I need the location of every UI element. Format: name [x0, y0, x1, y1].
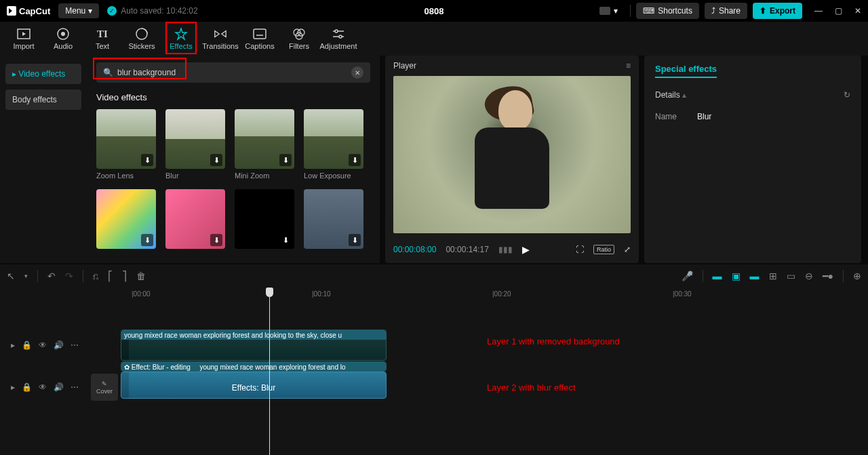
tool-stickers[interactable]: Stickers — [122, 22, 161, 56]
cover-button[interactable]: ✎ Cover — [91, 374, 118, 401]
svg-point-12 — [339, 35, 342, 38]
search-input[interactable] — [117, 68, 347, 77]
track-mute-icon[interactable]: 🔊 — [54, 382, 64, 392]
timeline[interactable]: |00:00 |00:10 |00:20 |00:30 ▸ 🔒 👁 🔊 ⋯ yo… — [0, 288, 868, 455]
menu-button[interactable]: Menu ▾ — [58, 3, 99, 18]
layout-button[interactable]: ▾ — [593, 3, 625, 19]
track-more-icon[interactable]: ⋯ — [71, 382, 79, 392]
trim-right-icon[interactable]: ⎤ — [122, 271, 127, 281]
download-icon[interactable]: ⬇ — [279, 234, 292, 246]
clip-layer-2-effect[interactable]: Effects: Blur — [121, 372, 387, 399]
track-more-icon[interactable]: ⋯ — [71, 340, 79, 350]
duration-timecode: 00:00:14:17 — [446, 245, 488, 254]
effect-item-6[interactable]: ⬇ — [165, 189, 225, 249]
effect-item-5[interactable]: ⬇ — [96, 189, 156, 249]
annotation-layer-2: Layer 2 with blur effect — [487, 382, 576, 393]
export-button[interactable]: ⬆ Export — [753, 3, 802, 19]
text-icon: TI — [96, 27, 109, 41]
undo-button[interactable]: ↶ — [47, 271, 56, 281]
timeline-ruler[interactable]: |00:00 |00:10 |00:20 |00:30 — [121, 288, 868, 302]
ratio-button[interactable]: Ratio — [593, 245, 614, 254]
inspector-title: Special effects — [655, 64, 717, 78]
close-button[interactable]: ✕ — [854, 6, 861, 16]
maximize-button[interactable]: ▢ — [835, 6, 842, 16]
tool-adjustment[interactable]: Adjustment — [319, 22, 358, 56]
split-icon[interactable]: ⎌ — [93, 271, 98, 281]
tool-effects[interactable]: Effects — [161, 22, 201, 56]
magnet-icon-2[interactable]: ▣ — [732, 271, 741, 281]
svg-point-2 — [61, 32, 65, 36]
export-icon: ⬆ — [760, 6, 766, 16]
reset-icon[interactable]: ↻ — [844, 90, 850, 100]
redo-button[interactable]: ↷ — [65, 271, 73, 281]
zoom-slider[interactable]: ━● — [823, 271, 833, 281]
sidebar-item-body-effects[interactable]: Body effects — [5, 90, 81, 110]
align-icon[interactable]: ⊞ — [769, 271, 777, 281]
download-icon[interactable]: ⬇ — [210, 234, 222, 246]
track-visibility-icon[interactable]: 👁 — [39, 382, 47, 392]
clip-layer-2-video[interactable]: ✿ Effect: Blur - editing young mixed rac… — [121, 361, 387, 372]
track-mute-icon[interactable]: 🔊 — [54, 340, 64, 350]
mic-icon[interactable]: 🎤 — [682, 271, 693, 281]
stickers-icon — [135, 27, 149, 41]
download-icon[interactable]: ⬇ — [349, 234, 361, 246]
zoom-fit-icon[interactable]: ⊕ — [853, 271, 861, 281]
track-2: ▸ 🔒 👁 🔊 ⋯ ✎ Cover ✿ Effect: Blur - editi… — [0, 370, 868, 404]
search-wrap: 🔍 ✕ — [96, 62, 370, 83]
pointer-icon[interactable]: ↖ — [7, 271, 15, 281]
captions-icon — [253, 27, 267, 41]
sidebar-item-video-effects[interactable]: Video effects — [5, 64, 81, 84]
effects-sidebar: Video effects Body effects — [0, 56, 87, 263]
fullscreen-icon[interactable]: ⤢ — [624, 245, 631, 254]
details-label[interactable]: Details ▴ — [655, 90, 686, 100]
video-content — [465, 90, 559, 212]
track-expand-icon[interactable]: ▸ — [11, 382, 15, 392]
track-visibility-icon[interactable]: 👁 — [39, 340, 47, 350]
tool-audio[interactable]: Audio — [43, 22, 83, 56]
share-button[interactable]: ⤴ Share — [705, 3, 747, 19]
effect-blur[interactable]: ⬇ — [165, 109, 225, 169]
tool-filters[interactable]: Filters — [279, 22, 319, 56]
track-lock-icon[interactable]: 🔒 — [22, 382, 32, 392]
download-icon[interactable]: ⬇ — [349, 154, 361, 166]
main-toolbar: Import Audio TIText Stickers Effects Tra… — [0, 22, 868, 56]
project-name[interactable]: 0808 — [425, 6, 444, 16]
tool-text[interactable]: TIText — [83, 22, 122, 56]
effect-item-8[interactable]: ⬇ — [304, 189, 363, 249]
trim-left-icon[interactable]: ⎡ — [108, 271, 113, 281]
magnet-icon-3[interactable]: ▬ — [750, 271, 760, 281]
track-expand-icon[interactable]: ▸ — [11, 340, 15, 350]
effect-item-7[interactable]: ⬇ — [235, 189, 294, 249]
track-lock-icon[interactable]: 🔒 — [22, 340, 32, 350]
player-viewport[interactable] — [393, 76, 631, 233]
play-button[interactable]: ▶ — [522, 244, 530, 255]
pointer-dropdown-icon[interactable]: ▾ — [24, 273, 28, 279]
download-icon[interactable]: ⬇ — [141, 234, 153, 246]
playhead[interactable] — [269, 288, 270, 455]
player-menu-icon[interactable]: ≡ — [626, 61, 631, 71]
preview-icon[interactable]: ▭ — [787, 271, 795, 281]
tool-transitions[interactable]: Transitions — [201, 22, 240, 56]
tool-import[interactable]: Import — [4, 22, 43, 56]
download-icon[interactable]: ⬇ — [210, 154, 222, 166]
volume-bars-icon[interactable]: ▮▮▮ — [498, 245, 513, 254]
autosave-status: ✓ Auto saved: 10:42:02 — [107, 6, 197, 16]
effect-zoom-lens[interactable]: ⬇ — [96, 109, 156, 169]
download-icon[interactable]: ⬇ — [141, 154, 153, 166]
effect-mini-zoom[interactable]: ⬇ — [235, 109, 294, 169]
delete-icon[interactable]: 🗑 — [136, 271, 146, 281]
minimize-button[interactable]: — — [814, 6, 823, 16]
zoom-out-icon[interactable]: ⊖ — [805, 271, 813, 281]
magnet-icon-1[interactable]: ▬ — [713, 271, 722, 281]
shortcuts-button[interactable]: ⌨ Shortcuts — [636, 3, 699, 19]
clip-layer-1[interactable]: young mixed race woman exploring forest … — [121, 330, 387, 361]
clear-search-button[interactable]: ✕ — [351, 66, 363, 79]
download-icon[interactable]: ⬇ — [279, 154, 292, 166]
crop-icon[interactable]: ⛶ — [576, 245, 584, 254]
tool-captions[interactable]: Captions — [240, 22, 279, 56]
import-icon — [17, 27, 31, 41]
effects-browser: 🔍 ✕ Video effects ⬇Zoom Lens ⬇Blur ⬇Mini… — [87, 56, 380, 263]
effect-low-exposure[interactable]: ⬇ — [304, 109, 363, 169]
transitions-icon — [214, 27, 227, 41]
check-icon: ✓ — [107, 6, 117, 16]
